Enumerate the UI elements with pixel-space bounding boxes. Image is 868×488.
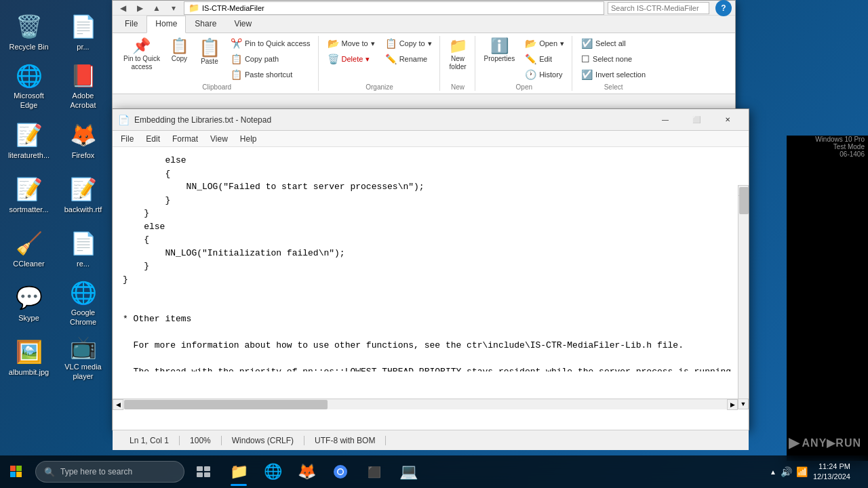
network-icon[interactable]: 📶 bbox=[796, 466, 808, 477]
address-bar[interactable]: 📁 IS-CTR-MediaFiler bbox=[184, 1, 604, 15]
desktop-icon-edge[interactable]: 🌐 Microsoft Edge bbox=[3, 61, 54, 112]
taskbar-task-view[interactable] bbox=[187, 455, 220, 488]
history-button[interactable]: 🕐 History bbox=[521, 67, 568, 82]
menu-help[interactable]: Help bbox=[235, 133, 262, 145]
notepad-close-button[interactable]: ✕ bbox=[712, 110, 743, 130]
ribbon-group-clipboard: 📌 Pin to Quickaccess 📋 Copy 📋 Paste bbox=[116, 36, 319, 91]
taskbar-clock[interactable]: 11:24 PM 12/13/2024 bbox=[813, 462, 850, 483]
tab-share[interactable]: Share bbox=[186, 16, 225, 33]
taskbar-chrome[interactable] bbox=[324, 455, 357, 488]
testmode-text: Windows 10 Pro bbox=[815, 136, 865, 143]
adobe-label: Adobe Acrobat bbox=[61, 92, 105, 109]
menu-format[interactable]: Format bbox=[167, 133, 203, 145]
copy-path-button[interactable]: 📋 Copy path bbox=[226, 52, 315, 66]
desktop-icon-skype[interactable]: 💬 Skype bbox=[3, 278, 54, 329]
horizontal-scrollbar[interactable]: ◀ ▶ bbox=[113, 399, 738, 409]
back-button[interactable]: ◀ bbox=[116, 1, 130, 15]
taskbar-search[interactable]: 🔍 Type here to search bbox=[35, 461, 184, 483]
tab-file[interactable]: File bbox=[116, 16, 146, 33]
rename-button[interactable]: ✏️ Rename bbox=[381, 52, 436, 66]
copy-path-label: Copy path bbox=[245, 55, 279, 63]
desktop-icon-adobe[interactable]: 📕 Adobe Acrobat bbox=[58, 61, 108, 112]
history-label: History bbox=[539, 70, 562, 79]
taskbar-terminal[interactable]: ⬛ bbox=[358, 455, 391, 488]
start-button[interactable] bbox=[0, 455, 33, 488]
notepad-title: Embedding the Libraries.txt - Notepad bbox=[134, 115, 271, 125]
search-input[interactable] bbox=[608, 2, 709, 14]
svg-point-10 bbox=[338, 470, 343, 474]
move-to-button[interactable]: 📂 Move to ▾ bbox=[323, 36, 379, 51]
adobe-icon: 📕 bbox=[70, 63, 97, 89]
tab-home[interactable]: Home bbox=[146, 16, 186, 33]
ribbon-group-select: ☑️ Select all ☐ Select none ☑️ Invert se… bbox=[574, 36, 653, 91]
paste-button[interactable]: 📋 Paste bbox=[195, 36, 224, 68]
svg-rect-4 bbox=[197, 466, 203, 471]
menu-edit[interactable]: Edit bbox=[140, 133, 165, 145]
cut-button[interactable]: ✂️ Pin to Quick access bbox=[226, 36, 315, 51]
pin-quick-access-button[interactable]: 📌 Pin to Quickaccess bbox=[119, 36, 164, 74]
firefox-icon: 🦊 bbox=[70, 121, 97, 148]
tray-chevron[interactable]: ▲ bbox=[770, 468, 776, 476]
ribbon-group-new: 📁 Newfolder New bbox=[441, 36, 475, 91]
copy-button[interactable]: 📋 Copy bbox=[166, 36, 193, 65]
paste-shortcut-button[interactable]: 📋 Paste shortcut bbox=[226, 67, 315, 82]
scroll-down-button[interactable]: ▼ bbox=[738, 399, 749, 409]
new-label: New bbox=[445, 82, 471, 91]
skype-label: Skype bbox=[18, 314, 39, 323]
notepad-content-wrapper: else { NN_LOG("Failed to start server pr… bbox=[113, 147, 749, 430]
desktop-icon-firefox[interactable]: 🦊 Firefox bbox=[58, 115, 108, 166]
svg-rect-3 bbox=[16, 472, 22, 477]
open-items: ℹ️ Properties 📂 Open ▾ ✏️ Edit bbox=[480, 36, 569, 82]
desktop-icon-word1[interactable]: 📝 literatureth... bbox=[3, 115, 54, 166]
pr-icon: 📄 bbox=[70, 13, 97, 40]
up-button[interactable]: ▲ bbox=[150, 1, 163, 15]
properties-button[interactable]: ℹ️ Properties bbox=[480, 36, 519, 65]
desktop-icon-re[interactable]: 📄 re... bbox=[58, 224, 108, 274]
desktop-icon-album[interactable]: 🖼️ albumbit.jpg bbox=[3, 332, 54, 383]
select-all-button[interactable]: ☑️ Select all bbox=[577, 36, 650, 51]
menu-file[interactable]: File bbox=[115, 133, 139, 145]
desktop-icon-recycle-bin[interactable]: 🗑️ Recycle Bin bbox=[3, 7, 54, 58]
copy-path-icon: 📋 bbox=[231, 54, 242, 64]
taskbar-firefox[interactable]: 🦊 bbox=[290, 455, 323, 488]
scroll-left-button[interactable]: ◀ bbox=[113, 399, 123, 410]
tab-view[interactable]: View bbox=[225, 16, 260, 33]
volume-icon[interactable]: 🔊 bbox=[781, 466, 792, 477]
scroll-thumb-h[interactable] bbox=[124, 400, 328, 409]
open-button[interactable]: 📂 Open ▾ bbox=[521, 36, 568, 51]
file-explorer-window: ◀ ▶ ▲ ▾ 📁 IS-CTR-MediaFiler ? File Home … bbox=[112, 0, 736, 112]
desktop-icon-pr[interactable]: 📄 pr... bbox=[58, 7, 108, 58]
status-line-endings: Windows (CRLF) bbox=[222, 436, 304, 445]
desktop-icon-vlc[interactable]: 📺 VLC media player bbox=[58, 332, 108, 383]
delete-chevron: ▾ bbox=[366, 55, 370, 64]
copy-to-btn[interactable]: 📋 Copy to ▾ bbox=[381, 36, 436, 51]
new-folder-button[interactable]: 📁 Newfolder bbox=[445, 36, 471, 74]
clipboard-items: 📌 Pin to Quickaccess 📋 Copy 📋 Paste bbox=[119, 36, 315, 82]
edge-icon: 🌐 bbox=[16, 63, 43, 89]
recent-button[interactable]: ▾ bbox=[167, 1, 180, 15]
taskbar-file-explorer[interactable]: 📁 bbox=[222, 455, 255, 488]
ccleaner-label: CCleaner bbox=[13, 260, 44, 268]
taskbar-apps: 📁 🌐 🦊 ⬛ 💻 bbox=[222, 455, 425, 488]
desktop-icon-chrome[interactable]: 🌐 Google Chrome bbox=[58, 278, 108, 329]
vertical-scrollbar[interactable]: ▲ ▼ bbox=[738, 185, 749, 409]
new-folder-icon: 📁 bbox=[449, 39, 467, 54]
help-button[interactable]: ? bbox=[715, 0, 732, 16]
edit-button[interactable]: ✏️ Edit bbox=[521, 52, 568, 66]
copy-to-button[interactable]: 🗑️ Delete ▾ bbox=[323, 52, 379, 66]
desktop-icon-word2[interactable]: 📝 sortmatter... bbox=[3, 169, 54, 220]
notepad-minimize-button[interactable]: — bbox=[650, 110, 681, 130]
taskbar-unknown[interactable]: 💻 bbox=[392, 455, 425, 488]
taskbar-edge[interactable]: 🌐 bbox=[256, 455, 289, 488]
notepad-maximize-button[interactable]: ⬜ bbox=[681, 110, 712, 130]
menu-view[interactable]: View bbox=[205, 133, 233, 145]
forward-button[interactable]: ▶ bbox=[133, 1, 146, 15]
desktop-icon-ccleaner[interactable]: 🧹 CCleaner bbox=[3, 224, 54, 274]
select-none-button[interactable]: ☐ Select none bbox=[577, 52, 650, 66]
scroll-right-button[interactable]: ▶ bbox=[727, 399, 738, 410]
desktop-icon-backwith[interactable]: 📝 backwith.rtf bbox=[58, 169, 108, 220]
clipboard-label: Clipboard bbox=[119, 82, 315, 91]
notepad-content[interactable]: else { NN_LOG("Failed to start server pr… bbox=[113, 147, 738, 371]
invert-selection-button[interactable]: ☑️ Invert selection bbox=[577, 67, 650, 82]
scroll-thumb-v[interactable] bbox=[739, 187, 749, 214]
